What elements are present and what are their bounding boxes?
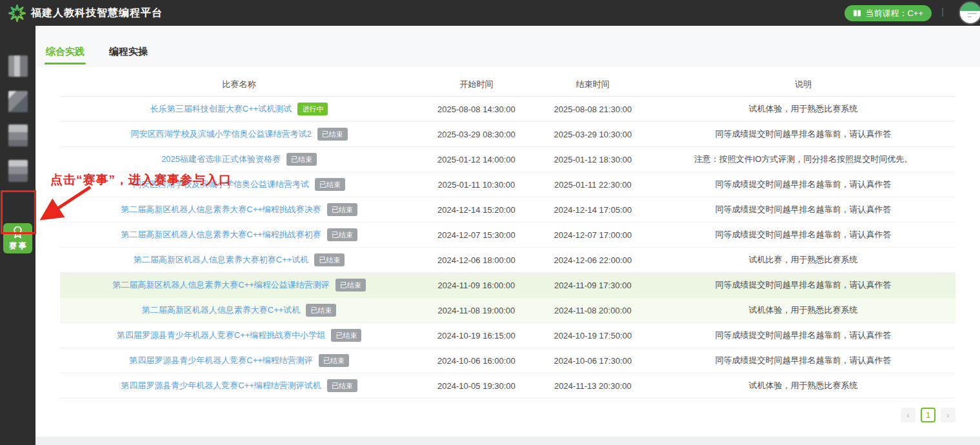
start-time-cell: 2025-08-08 14:30:00 (418, 104, 534, 114)
table-row: 同安区西湖学校及滨城小学信奥公益课结营考试2 已结束 2025-03-29 08… (60, 122, 955, 147)
competition-link[interactable]: 第四届罗源县青少年机器人竞赛C++编程结营测评试机 (121, 380, 321, 391)
start-time-cell: 2024-10-19 16:15:00 (418, 331, 534, 341)
table-row: 长乐第三届科技创新大赛C++试机测试 进行中 2025-08-08 14:30:… (60, 97, 955, 122)
status-badge: 进行中 (297, 103, 328, 115)
sidebar-item-censored-1[interactable] (8, 55, 28, 77)
table-row: 第二届高新区机器人信息素养大赛C++编程公益课结营测评 已结束 2024-11-… (60, 273, 955, 298)
description-cell: 试机体验，用于熟悉比赛系统 (651, 380, 955, 391)
table-row: 第二届高新区机器人信息素养大赛C++编程挑战赛决赛 已结束 2024-12-14… (60, 197, 955, 222)
sidebar-item-censored-2[interactable] (8, 91, 28, 112)
table-row: 第四届罗源县青少年机器人竞赛C++编程结营测评 已结束 2024-10-06 1… (60, 348, 955, 373)
competitions-table: 比赛名称 开始时间 结束时间 说明 长乐第三届科技创新大赛C++试机测试 进行中… (60, 72, 955, 399)
start-time-cell: 2025-01-12 14:00:00 (418, 155, 534, 164)
end-time-cell: 2024-11-08 20:00:00 (535, 306, 651, 315)
competition-link[interactable]: 2025福建省选非正式体验资格赛 (161, 153, 281, 165)
status-badge: 已结束 (327, 203, 357, 216)
header-divider: | (941, 6, 944, 17)
competition-name-cell: 第二届高新区机器人信息素养大赛C++编程挑战赛决赛 已结束 (60, 203, 418, 216)
competition-link[interactable]: 同安区西湖学校及滨城小学信奥公益课结营考试2 (130, 128, 311, 140)
status-badge: 已结束 (331, 329, 361, 342)
end-time-cell: 2024-10-06 17:30:00 (535, 356, 651, 366)
end-time-cell: 2025-08-08 21:30:00 (535, 104, 651, 114)
table-row: 第四届罗源县青少年机器人竞赛C++编程结营测评试机 已结束 2024-10-05… (60, 373, 955, 399)
top-header: 福建人教科技智慧编程平台 当前课程：C++ | (0, 0, 980, 26)
competition-link[interactable]: 第二届高新区机器人信息素养大赛C++试机 (142, 304, 301, 316)
competition-link[interactable]: 第四届罗源县青少年机器人竞赛C++编程挑战赛中小学组 (117, 330, 326, 341)
description-cell: 试机体验，用于熟悉比赛系统 (651, 103, 955, 115)
end-time-cell: 2025-01-11 22:30:00 (535, 180, 651, 190)
table-row: 第四届罗源县青少年机器人竞赛C++编程挑战赛中小学组 已结束 2024-10-1… (60, 323, 955, 348)
status-badge: 已结束 (319, 354, 349, 367)
end-time-cell: 2024-11-13 20:30:00 (535, 381, 651, 391)
competition-name-cell: 第四届罗源县青少年机器人竞赛C++编程结营测评试机 已结束 (60, 379, 418, 392)
competition-name-cell: 长乐第三届科技创新大赛C++试机测试 进行中 (60, 103, 418, 115)
user-avatar[interactable] (959, 1, 980, 25)
book-icon (853, 9, 861, 17)
status-badge: 已结束 (317, 128, 348, 141)
end-time-cell: 2024-12-06 22:00:00 (535, 255, 651, 265)
pagination-next-button[interactable]: › (941, 408, 955, 422)
pagination-page-1[interactable]: 1 (921, 408, 935, 422)
competition-name-cell: 2025福建省选非正式体验资格赛 已结束 (60, 153, 418, 166)
competition-name-cell: 第二届高新区机器人信息素养大赛C++试机 已结束 (60, 304, 418, 317)
pagination: ‹ 1 › (35, 408, 955, 422)
tab-comprehensive-practice[interactable]: 综合实践 (46, 46, 85, 58)
column-header-start: 开始时间 (418, 79, 534, 90)
description-cell: 同等成绩提交时间越早排名越靠前，请认真作答 (651, 229, 955, 241)
competition-name-cell: 第二届高新区机器人信息素养大赛初赛C++试机 已结束 (60, 253, 418, 266)
status-badge: 已结束 (335, 279, 366, 292)
start-time-cell: 2024-11-08 19:00:00 (418, 306, 534, 315)
description-cell: 同等成绩提交时间越早排名越靠前，请认真作答 (651, 204, 955, 215)
status-badge: 已结束 (314, 253, 345, 266)
table-body: 长乐第三届科技创新大赛C++试机测试 进行中 2025-08-08 14:30:… (60, 97, 955, 399)
sidebar-item-censored-3[interactable] (8, 124, 28, 146)
description-cell: 同等成绩提交时间越早排名越靠前，请认真作答 (651, 279, 955, 291)
end-time-cell: 2024-11-09 17:30:00 (535, 281, 651, 290)
tab-bar: 综合实践 编程实操 (35, 26, 980, 67)
end-time-cell: 2024-12-14 17:05:00 (535, 205, 651, 215)
pagination-prev-button[interactable]: ‹ (901, 408, 915, 422)
status-badge: 已结束 (315, 178, 345, 191)
column-header-end: 结束时间 (535, 79, 651, 90)
description-cell: 同等成绩提交时间越早排名越靠前，请认真作答 (651, 355, 955, 366)
start-time-cell: 2024-11-09 16:00:00 (418, 281, 534, 290)
end-time-cell: 2024-10-19 17:50:00 (535, 331, 651, 341)
competition-link[interactable]: 第二届高新区机器人信息素养大赛C++编程挑战赛决赛 (121, 204, 321, 215)
sidebar-item-censored-4[interactable] (8, 160, 28, 182)
table-row: 第二届高新区机器人信息素养大赛初赛C++试机 已结束 2024-12-06 18… (60, 248, 955, 273)
description-cell: 注意：按照文件IO方式评测，同分排名按照提交时间优先。 (651, 153, 955, 165)
competition-link[interactable]: 第二届高新区机器人信息素养大赛C++编程挑战赛初赛 (121, 229, 321, 241)
status-badge: 已结束 (306, 304, 336, 317)
competition-name-cell: 第二届高新区机器人信息素养大赛C++编程挑战赛初赛 已结束 (60, 228, 418, 241)
main-panel: 综合实践 编程实操 比赛名称 开始时间 结束时间 说明 长乐第三届科技创新大赛C… (35, 26, 980, 437)
table-row: 2025福建省选非正式体验资格赛 已结束 2025-01-12 14:00:00… (60, 147, 955, 172)
status-badge: 已结束 (327, 228, 357, 241)
sidebar-item-events[interactable]: 赛事 (3, 223, 32, 253)
description-cell: 同等成绩提交时间越早排名越靠前，请认真作答 (651, 179, 955, 190)
status-badge: 已结束 (286, 153, 317, 166)
current-course-label: 当前课程：C++ (865, 8, 923, 19)
annotation-text: 点击“赛事”，进入赛事参与入口 (50, 172, 232, 188)
start-time-cell: 2024-12-06 18:00:00 (418, 255, 534, 265)
start-time-cell: 2024-12-14 15:20:00 (418, 205, 534, 215)
start-time-cell: 2024-10-05 19:30:00 (418, 381, 534, 391)
medal-icon (12, 226, 24, 239)
competition-link[interactable]: 长乐第三届科技创新大赛C++试机测试 (150, 103, 292, 115)
description-cell: 同等成绩提交时间越早排名越靠前，请认真作答 (651, 128, 955, 140)
start-time-cell: 2024-10-06 16:00:00 (418, 356, 534, 366)
competition-link[interactable]: 第二届高新区机器人信息素养大赛初赛C++试机 (134, 254, 309, 266)
end-time-cell: 2025-03-29 10:30:00 (535, 130, 651, 139)
column-header-name: 比赛名称 (60, 79, 418, 90)
start-time-cell: 2025-01-11 10:30:00 (418, 180, 534, 190)
competition-link[interactable]: 第四届罗源县青少年机器人竞赛C++编程结营测评 (129, 355, 313, 366)
description-cell: 试机比赛，用于熟悉比赛系统 (651, 254, 955, 266)
sidebar-item-events-label: 赛事 (7, 241, 28, 252)
left-sidebar: 赛事 (0, 26, 35, 445)
status-badge: 已结束 (327, 379, 357, 392)
end-time-cell: 2025-01-12 18:30:00 (535, 155, 651, 164)
tab-programming-practice[interactable]: 编程实操 (109, 46, 148, 58)
current-course-button[interactable]: 当前课程：C++ (845, 5, 932, 21)
competition-link[interactable]: 第二届高新区机器人信息素养大赛C++编程公益课结营测评 (112, 279, 330, 291)
description-cell: 同等成绩提交时间越早排名越靠前，请认真作答 (651, 330, 955, 341)
page-title: 福建人教科技智慧编程平台 (31, 6, 163, 20)
